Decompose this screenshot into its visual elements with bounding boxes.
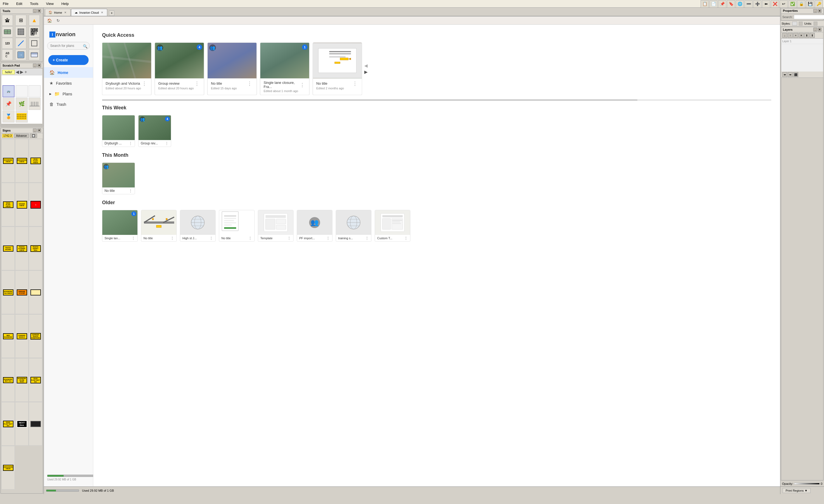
sign-new-roadwork[interactable]: NEW ROADWORK (1, 314, 15, 358)
card-ol-pf-import[interactable]: 👥 PF import... ⋮ (297, 210, 332, 242)
tab-home[interactable]: 🏠 Home ✕ (45, 9, 71, 16)
tab-invarion-close[interactable]: ✕ (100, 11, 104, 14)
sign-road-plant-next-2km[interactable]: ROAD PLANT NEXT 2km (29, 358, 42, 402)
sign-bridgework-ahead[interactable]: BRIDGEWORK AHEAD (15, 139, 28, 182)
tools-panel-minimize[interactable]: _ (33, 9, 37, 13)
sign-road-plant-ahead-1[interactable]: ROAD PLANT AHEAD (29, 139, 42, 182)
sidebar-item-plans[interactable]: ▶ 📁 Plans (44, 89, 93, 99)
sign-road-plant-ahead-2[interactable]: ROAD PLANT AHEAD (1, 183, 15, 226)
scratch-nav-right[interactable]: ▶ (20, 69, 23, 75)
card-notitle2-menu[interactable]: ⋮ (351, 81, 358, 87)
scratch-pad-resize[interactable] (1, 124, 42, 126)
card-ol-notitle1-menu[interactable]: ⋮ (170, 236, 174, 240)
card-no-title-2[interactable]: No title ⋮ Edited 2 months ago (313, 42, 362, 95)
properties-search-input[interactable] (794, 15, 824, 19)
toolbar-btn-12[interactable]: 🔒 (797, 0, 805, 8)
styles-extra-btn[interactable] (799, 22, 803, 25)
card-tw-dryburgh[interactable]: Dryburgh ... ⋮ (102, 115, 135, 147)
card-single-lane-menu[interactable]: ⋮ (299, 82, 306, 88)
cone-tool[interactable]: ▲ (29, 15, 40, 26)
card-dryburgh-menu[interactable]: ⋮ (141, 81, 148, 87)
layers-btn-7[interactable]: ⬅ (782, 72, 787, 77)
properties-minimize[interactable]: _ (813, 9, 817, 13)
card-tw-group-review[interactable]: 4 👥 Group rev... ⋮ (138, 115, 171, 147)
card-no-title-1[interactable]: 👥 No title ⋮ Edited 15 days ago (207, 42, 257, 95)
nav-home-btn[interactable]: 🏠 (46, 17, 53, 24)
card-ol-no-title-2[interactable]: No title ⋮ (219, 210, 254, 242)
card-ol-template[interactable]: Template ⋮ (258, 210, 294, 242)
panel-tool[interactable] (29, 49, 40, 60)
layers-btn-9[interactable]: ⬛ (793, 72, 798, 77)
layers-minimize[interactable]: _ (813, 28, 817, 31)
toolbar-btn-2[interactable]: 📄 (709, 0, 718, 8)
card-ol-training-menu[interactable]: ⋮ (365, 236, 369, 240)
signs-advance-btn[interactable]: Advance (14, 134, 29, 138)
sign-traffic-survey[interactable]: TRAFFIC SURVEY 500m (29, 227, 42, 270)
sign-black[interactable] (29, 402, 42, 446)
scratch-item-pin[interactable]: 📌 (2, 98, 14, 110)
toolbar-btn-5[interactable]: 🌐 (736, 0, 744, 8)
toolbar-btn-9[interactable]: ❌ (771, 0, 779, 8)
sign-bridgework-2[interactable]: BRIDGEWORK AHEAD (1, 446, 15, 490)
layers-btn-2[interactable]: ↑ (788, 33, 793, 38)
rect-tool[interactable] (29, 38, 40, 49)
layers-btn-8[interactable]: ➡ (788, 72, 793, 77)
terrain-tool[interactable] (15, 26, 26, 37)
card-ol-pf-import-menu[interactable]: ⋮ (326, 236, 330, 240)
quick-access-scrollbar[interactable] (102, 100, 771, 101)
search-icon[interactable]: 🔍 (83, 44, 88, 48)
card-ol-single-menu[interactable]: ⋮ (131, 236, 135, 240)
opacity-slider[interactable] (794, 483, 820, 485)
card-dryburgh-victoria[interactable]: Dryburgh and Victoria ⋮ Edited about 20 … (102, 42, 151, 95)
units-btn[interactable] (814, 22, 817, 25)
sign-traffic-accident-ahead[interactable]: TRAFFIC ACCIDENT AHEAD (15, 227, 28, 270)
scratch-item-fence[interactable] (28, 98, 40, 110)
sign-danger[interactable]: ⚠ (29, 183, 42, 226)
layers-btn-5[interactable]: ⬇ (804, 33, 809, 38)
styles-btn[interactable] (792, 22, 797, 25)
toolbar-btn-1[interactable]: 📋 (701, 0, 709, 8)
card-group-review[interactable]: 4 👥 Group review ⋮ Edited about 20 hours… (155, 42, 204, 95)
line-tool[interactable] (15, 38, 26, 49)
scratch-add[interactable]: + (24, 70, 27, 75)
scratch-item-bus[interactable]: 🚌 (2, 85, 14, 97)
signs-icon-btn[interactable]: 🔲 (30, 134, 37, 138)
card-ol-high-st-menu[interactable]: ⋮ (209, 236, 213, 240)
signs-panel-minimize[interactable]: _ (33, 129, 37, 132)
sign-empty1[interactable] (29, 270, 42, 314)
toolbar-btn-10[interactable]: ↩ (780, 0, 788, 8)
arrow-tool[interactable]: → (15, 49, 26, 60)
sign-roadwork-ahead[interactable]: ROADWORK AHEAD (1, 139, 15, 182)
toolbar-btn-13[interactable]: 💾 (806, 0, 814, 8)
toolbar-btn-14[interactable]: 🔑 (815, 0, 823, 8)
map-tool[interactable] (2, 26, 13, 37)
layers-btn-4[interactable]: ✕ (799, 33, 804, 38)
number-tool[interactable]: 123 (2, 38, 13, 49)
grid-tool[interactable]: ⊞ (15, 15, 26, 26)
sign-roadwork-next-2km[interactable]: ROADWORK NEXT 2km (1, 358, 15, 402)
qr-tool[interactable] (29, 26, 40, 37)
sign-road-plant-2km[interactable]: ROAD PLANT NEXT 2km (1, 402, 15, 446)
sign-prepare-stop[interactable]: PREPARE TO STOP (15, 270, 28, 314)
scratch-item-plant[interactable]: 🌿 (16, 98, 28, 110)
scratch-item-stripes[interactable] (16, 110, 28, 123)
sign-changed-conditions[interactable]: CHANGED TRAFFIC CONDITIONS (29, 314, 42, 358)
scratch-nav-left[interactable]: ◀ (16, 69, 19, 75)
menu-tools[interactable]: Tools (28, 1, 40, 6)
card-notitle1-menu[interactable]: ⋮ (246, 81, 253, 87)
new-tab-btn[interactable]: + (109, 10, 114, 16)
layer-item-1[interactable]: Layer 1 (781, 39, 823, 44)
scratch-pad-minimize[interactable]: _ (33, 64, 37, 68)
scratch-item-blank1[interactable] (16, 85, 28, 97)
card-single-lane[interactable]: 1 Single lane closure, Fra... ⋮ Edited a… (260, 42, 309, 95)
toolbar-btn-7[interactable]: ➕ (753, 0, 761, 8)
sign-roadwork-on-road[interactable]: ROADWORK ON 55E ROAD (15, 358, 28, 402)
toolbar-btn-6[interactable]: ➖ (744, 0, 753, 8)
signs-panel-close[interactable]: ✕ (37, 129, 41, 132)
layers-btn-6[interactable]: ⬆ (810, 33, 815, 38)
menu-view[interactable]: View (44, 1, 56, 6)
sidebar-item-trash[interactable]: 🗑 Trash (44, 99, 93, 110)
sidebar-item-home[interactable]: 🏠 Home (44, 67, 93, 78)
tab-invarion[interactable]: ☁ Invarion Cloud ✕ (71, 9, 107, 16)
card-ol-single-lan[interactable]: 1 Single lan... ⋮ (102, 210, 138, 242)
